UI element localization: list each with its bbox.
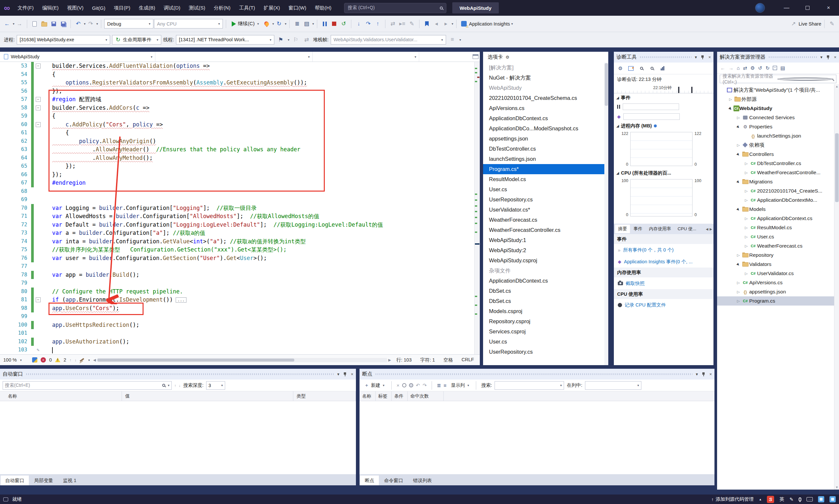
- menu-item-git-g[interactable]: Git(G): [88, 0, 110, 16]
- code-cleanup-icon[interactable]: [80, 358, 84, 362]
- tree-item-uservalidator-cs[interactable]: ▷C#UserValidator.cs: [717, 269, 839, 278]
- reset-view-button[interactable]: [659, 65, 666, 72]
- diagnostics-tab-内存使用率[interactable]: 内存使用率: [646, 224, 674, 233]
- show-diagnostics-button[interactable]: ✎: [407, 19, 416, 28]
- autos-body[interactable]: [0, 401, 356, 474]
- next-bookmark-button[interactable]: ▸: [441, 19, 450, 28]
- code-line-63[interactable]: 63 .AllowAnyHeader() //Ensures that the …: [0, 145, 474, 154]
- window-layout-button[interactable]: ▤: [302, 19, 311, 28]
- flag-threads-caret[interactable]: ▾: [288, 38, 290, 41]
- code-line-75[interactable]: 75//获取并序列化为某某类型 Configuration.GetSection…: [0, 246, 474, 254]
- doc-tab-webapistudy-1[interactable]: WebApiStudy:1: [483, 235, 608, 245]
- code-line-70[interactable]: 70var Logging = builder.Configuration["L…: [0, 204, 474, 213]
- fold-toggle-icon[interactable]: −: [36, 105, 41, 110]
- navigate-back-caret[interactable]: ▾: [13, 22, 14, 25]
- step-out-button[interactable]: ↑: [373, 19, 382, 28]
- code-line-59[interactable]: 59{: [0, 112, 474, 121]
- tree-item-webapistudy[interactable]: ▶C#WebApiStudy: [717, 104, 839, 113]
- search-up-button[interactable]: ↑: [174, 383, 176, 388]
- redo-button[interactable]: ↷: [86, 19, 95, 28]
- column-header-条件[interactable]: 条件: [392, 391, 408, 401]
- tree-item-weatherforecast-cs[interactable]: ▷C#WeatherForecast.cs: [717, 241, 839, 251]
- doc-tab-dbset-cs[interactable]: DbSet.cs: [483, 286, 608, 296]
- tree-item-dbtestcontroller-cs[interactable]: ▷C#DbTestController.cs: [717, 159, 839, 168]
- code-line-78[interactable]: 78var app = builder.Build();: [0, 271, 474, 280]
- document-health-icon[interactable]: [32, 357, 37, 362]
- apply-code-changes-caret[interactable]: ▾: [285, 22, 286, 25]
- collapsed-arrow-icon[interactable]: ▷: [743, 244, 749, 248]
- column-header-类型[interactable]: 类型: [293, 391, 356, 401]
- code-line-98[interactable]: 98app.UseCors("Cors");: [0, 304, 474, 313]
- warning-count[interactable]: 2: [64, 357, 66, 362]
- restart-button[interactable]: ↺: [339, 19, 348, 28]
- bp-search-input[interactable]: ▾: [494, 381, 564, 390]
- eol-indicator[interactable]: CRLF: [461, 357, 474, 363]
- ime-toolbar-icon-2[interactable]: [829, 496, 836, 502]
- code-line-67[interactable]: 67#endregion: [0, 179, 474, 187]
- code-line-61[interactable]: 61 {: [0, 129, 474, 137]
- tree-item-applicationdbcontextmo[interactable]: ▷C#ApplicationDbContextMo...: [717, 196, 839, 205]
- line-indicator[interactable]: 行: 103: [396, 357, 412, 363]
- menu-item-项目-p[interactable]: 项目(P): [110, 0, 135, 16]
- code-line-77[interactable]: 77: [0, 262, 474, 271]
- hscroll-track[interactable]: [97, 358, 387, 362]
- code-line-73[interactable]: 73var a = builder.Configuration["a"]; //…: [0, 229, 474, 237]
- expanded-arrow-icon[interactable]: ▶: [735, 151, 742, 158]
- hot-reload-caret[interactable]: ▾: [272, 22, 274, 25]
- menu-item-文件-f[interactable]: 文件(F): [14, 0, 38, 16]
- save-all-button[interactable]: [59, 19, 68, 28]
- doc-tab-dbtestcontroller-cs[interactable]: DbTestController.cs: [483, 144, 608, 154]
- toggle-suspend-button[interactable]: ⇄: [302, 35, 311, 44]
- solution-scrollbar-thumb[interactable]: [835, 133, 839, 202]
- take-snapshot-link[interactable]: 截取快照: [626, 280, 645, 287]
- tree-item-validators[interactable]: ▶Validators: [717, 260, 839, 269]
- split-editor-icon[interactable]: [473, 54, 478, 59]
- tree-item-resultmodel-cs[interactable]: ▷C#ResultModel.cs: [717, 223, 839, 232]
- step-over-button[interactable]: ↷: [364, 19, 373, 28]
- lifecycle-events-button[interactable]: ↻生命周期事件▾: [112, 35, 161, 44]
- search-down-button[interactable]: ↓: [179, 383, 181, 388]
- cpu-chart[interactable]: 100 0 100 0: [614, 177, 714, 219]
- expanded-arrow-icon[interactable]: ▶: [735, 206, 742, 213]
- code-line-60[interactable]: 60− c.AddPolicy("Cors", policy =>: [0, 121, 474, 129]
- tree-item-解决方案-webapistudy-1-个项目-共[interactable]: 解决方案"WebApiStudy"(1 个项目/共...: [717, 86, 839, 95]
- application-insights-label[interactable]: Application Insights: [469, 21, 510, 26]
- tree-item-migrations[interactable]: ▶Migrations: [717, 177, 839, 186]
- solution-platform-combo[interactable]: Any CPU▾: [154, 19, 223, 29]
- autos-tab-自动窗口[interactable]: 自动窗口: [1, 475, 29, 485]
- window-position-caret[interactable]: ▾: [820, 55, 823, 59]
- diagnostics-header[interactable]: 诊断工具 ▾ ×: [614, 52, 714, 62]
- prev-issue-button[interactable]: ↑: [69, 358, 71, 362]
- fold-toggle-icon[interactable]: −: [36, 97, 41, 102]
- window-position-caret[interactable]: ▾: [695, 55, 697, 59]
- solution-explorer-header[interactable]: 解决方案资源管理器 ▾ ×: [717, 52, 839, 62]
- expanded-arrow-icon[interactable]: ▶: [735, 124, 742, 130]
- code-line-57[interactable]: 57−#region 配置跨域: [0, 95, 474, 104]
- doc-tab-applicationdbco-modelsnapshot-cs[interactable]: ApplicationDbCo...ModelSnapshot.cs: [483, 124, 608, 133]
- diagnostics-tab-摘要[interactable]: 摘要: [615, 224, 630, 233]
- collapsed-arrow-icon[interactable]: ▷: [735, 281, 741, 285]
- diagnostics-tab-事件[interactable]: 事件: [631, 224, 645, 233]
- autos-search-input[interactable]: 搜索(Ctrl+E) ▾: [3, 381, 172, 390]
- column-header-名称[interactable]: 名称: [360, 391, 375, 401]
- code-line-103[interactable]: 103✎: [0, 346, 474, 354]
- error-icon[interactable]: ×: [41, 357, 46, 362]
- code-line-101[interactable]: 101: [0, 329, 474, 338]
- code-line-68[interactable]: 68: [0, 187, 474, 196]
- collapsed-arrow-icon[interactable]: ▷: [743, 216, 749, 221]
- home-icon[interactable]: ⌂: [737, 65, 740, 71]
- scrollbar-down-icon[interactable]: ▼: [835, 486, 838, 489]
- collapsed-arrow-icon[interactable]: ▷: [743, 198, 749, 202]
- scrollbar-up-icon[interactable]: ▲: [835, 85, 838, 88]
- ime-mode-indicator[interactable]: 英: [779, 496, 784, 502]
- window-position-caret[interactable]: ▾: [696, 372, 698, 377]
- hot-reload-button[interactable]: [262, 19, 271, 28]
- doc-tab-20221020101704-createschema-cs[interactable]: 20221020101704_CreateSchema.cs: [483, 93, 608, 103]
- show-next-statement-button[interactable]: ⇄: [388, 19, 397, 28]
- code-line-53[interactable]: 53−builder.Services.AddFluentValidation(…: [0, 62, 474, 70]
- go-to-disassembly-icon[interactable]: ≡: [444, 382, 447, 388]
- collapsed-arrow-icon[interactable]: ▷: [735, 299, 741, 303]
- project-dropdown[interactable]: WebApiStudy ▾: [0, 52, 155, 61]
- collapsed-arrow-icon[interactable]: ▷: [743, 170, 749, 175]
- tabs-scrollbar-thumb[interactable]: [605, 63, 608, 106]
